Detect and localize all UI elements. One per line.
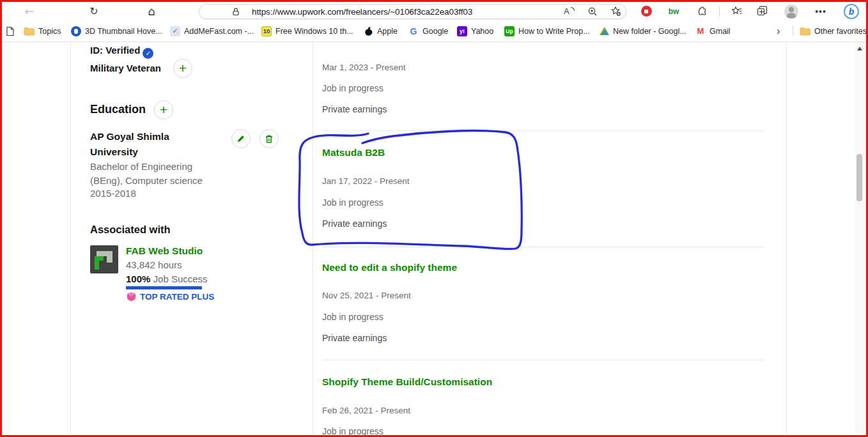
agency-link[interactable]: FAB Web Studio (126, 245, 203, 257)
bookmark-free-windows[interactable]: 10 Free Windows 10 th... (261, 20, 353, 42)
top-rated-label: TOP RATED PLUS (140, 292, 214, 302)
win10-favicon: 10 (261, 26, 272, 36)
agency-logo[interactable] (90, 245, 118, 276)
education-heading: Education (90, 103, 146, 116)
work-entry-earnings: Private earnings (322, 218, 387, 229)
add-favorite-icon[interactable] (610, 6, 621, 19)
add-education-button[interactable]: + (154, 100, 173, 119)
bookmark-label: AddMeFast.com -... (184, 27, 254, 36)
id-verified-label: ID: Verified✓ (90, 45, 153, 59)
pencil-icon (236, 134, 245, 143)
settings-more-icon[interactable]: ••• (811, 2, 830, 20)
education-degree: Bachelor of Engineering (BEng), Computer… (90, 160, 218, 188)
work-entry-status: Job in progress (322, 197, 384, 208)
top-rated-plus-badge: TOP RATED PLUS (126, 291, 214, 302)
google-favicon: G (408, 26, 419, 36)
folder-icon (800, 27, 810, 36)
bookmark-yahoo[interactable]: y! Yahoo (457, 20, 493, 42)
work-entry-title-link[interactable]: Shopify Theme Build/Customisation (322, 376, 492, 388)
other-favorites[interactable]: Other favorites (800, 20, 867, 42)
bookmark-google[interactable]: G Google (408, 20, 448, 42)
military-veteran-label: Military Veteran (90, 63, 161, 73)
other-favorites-label: Other favorites (814, 27, 867, 36)
blue-circle-favicon (71, 26, 81, 36)
bookmark-gmail[interactable]: M Gmail (695, 20, 731, 42)
yahoo-favicon: y! (457, 26, 467, 36)
bookmark-label: Yahoo (471, 27, 493, 36)
bookmark-topics[interactable]: Topics (24, 20, 61, 42)
profile-avatar[interactable] (782, 2, 801, 20)
extensions-puzzle-icon[interactable] (692, 2, 711, 20)
education-school: AP Goyal Shimla University (90, 129, 202, 160)
verified-badge-icon: ✓ (143, 48, 153, 59)
top-rated-shield-icon (126, 291, 137, 302)
work-entry-title-link[interactable]: Need to edit a shopify theme (322, 262, 457, 273)
bookmark-3d-thumbnail[interactable]: 3D Thumbnail Hove... (71, 20, 162, 42)
page-icon[interactable] (6, 20, 15, 42)
address-bar[interactable]: https://www.upwork.com/freelancers/~0106… (199, 4, 626, 19)
bing-chat-icon[interactable]: b (842, 2, 861, 20)
extension-recorder-icon[interactable] (637, 2, 656, 20)
folder-icon (24, 27, 35, 36)
work-entry-status: Job in progress (322, 426, 384, 436)
addmefast-favicon: ✓ (170, 26, 180, 36)
scrollbar-up-arrow[interactable] (857, 47, 862, 50)
google-drive-favicon (600, 27, 609, 35)
extension-bw-icon[interactable]: bw (664, 2, 683, 20)
delete-education-button[interactable] (260, 129, 279, 148)
zoom-icon[interactable] (587, 6, 598, 19)
profile-card-left-border (70, 42, 71, 435)
work-entry-title-link[interactable]: Matsuda B2B (322, 147, 385, 158)
profile-card-right-border (786, 42, 787, 435)
browser-toolbar: ← ↻ ⌂ https://www.upwork.com/freelancers… (2, 2, 866, 20)
favorites-hub-icon[interactable] (727, 2, 747, 20)
bookmark-addmefast[interactable]: ✓ AddMeFast.com -... (170, 20, 254, 42)
work-entry-date: Feb 26, 2021 - Present (322, 406, 410, 415)
work-entry-date: Mar 1, 2023 - Present (322, 63, 406, 72)
bookmark-label: New folder - Googl... (613, 27, 686, 36)
url-text[interactable]: https://www.upwork.com/freelancers/~0106… (252, 7, 472, 17)
bookmarks-overflow-chevron[interactable]: › (777, 20, 780, 42)
bookmark-label: How to Write Prop... (518, 27, 590, 36)
agency-hours: 43,842 hours (126, 259, 182, 270)
trash-icon (265, 134, 274, 144)
job-success-pct: 100% (126, 273, 150, 284)
refresh-icon[interactable]: ↻ (84, 2, 104, 20)
bookmark-label: Topics (38, 27, 61, 36)
back-icon[interactable]: ← (20, 2, 39, 20)
edit-education-button[interactable] (231, 129, 251, 148)
entry-divider (322, 130, 764, 131)
bookmarks-bar: Topics 3D Thumbnail Hove... ✓ AddMeFast.… (2, 20, 866, 42)
job-success-label: Job Success (153, 273, 208, 284)
work-entry-status: Job in progress (322, 83, 384, 93)
work-entry-date: Jan 17, 2022 - Present (322, 176, 410, 186)
bookmark-apple[interactable]: Apple (364, 20, 398, 42)
page-scrollbar[interactable] (855, 42, 864, 433)
work-entry-earnings: Private earnings (322, 333, 387, 343)
scrollbar-thumb[interactable] (856, 154, 862, 201)
add-military-veteran-button[interactable]: + (173, 59, 192, 78)
lock-icon[interactable] (231, 7, 240, 19)
collections-icon[interactable] (753, 2, 772, 20)
job-success-bar (126, 286, 202, 289)
gmail-favicon: M (695, 26, 706, 36)
home-icon[interactable]: ⌂ (142, 2, 161, 20)
work-entry-earnings: Private earnings (322, 104, 387, 114)
bookmark-how-to-write[interactable]: Up How to Write Prop... (504, 20, 590, 42)
upwork-favicon: Up (504, 26, 515, 36)
associated-with-heading: Associated with (90, 224, 171, 236)
work-entry-date: Nov 25, 2021 - Present (322, 291, 411, 300)
bookmark-label: 3D Thumbnail Hove... (85, 27, 162, 36)
toolbar-divider (719, 6, 720, 17)
work-entry-status: Job in progress (322, 312, 384, 322)
bookmark-new-folder-drive[interactable]: New folder - Googl... (600, 20, 686, 42)
sidebar-main-divider (313, 42, 313, 435)
bookmark-label: Free Windows 10 th... (275, 27, 353, 36)
entry-divider (322, 247, 764, 247)
entry-divider (322, 360, 764, 360)
education-years: 2015-2018 (90, 188, 136, 199)
read-aloud-icon[interactable]: A (564, 6, 570, 16)
bookmark-label: Gmail (709, 27, 731, 36)
bookmark-label: Apple (377, 27, 398, 36)
bookmark-label: Google (422, 27, 448, 36)
